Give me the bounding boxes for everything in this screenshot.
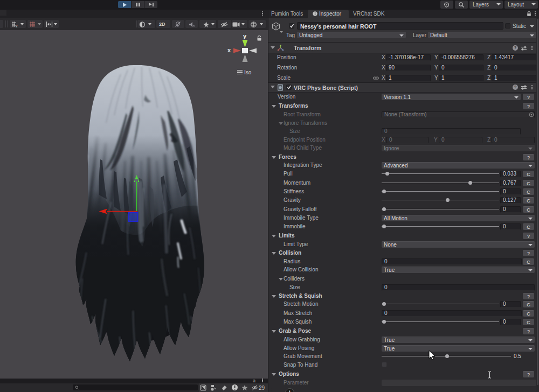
svg-text:y: y [243,33,247,39]
svg-text:x: x [227,47,231,53]
svg-text:y: y [16,24,18,27]
